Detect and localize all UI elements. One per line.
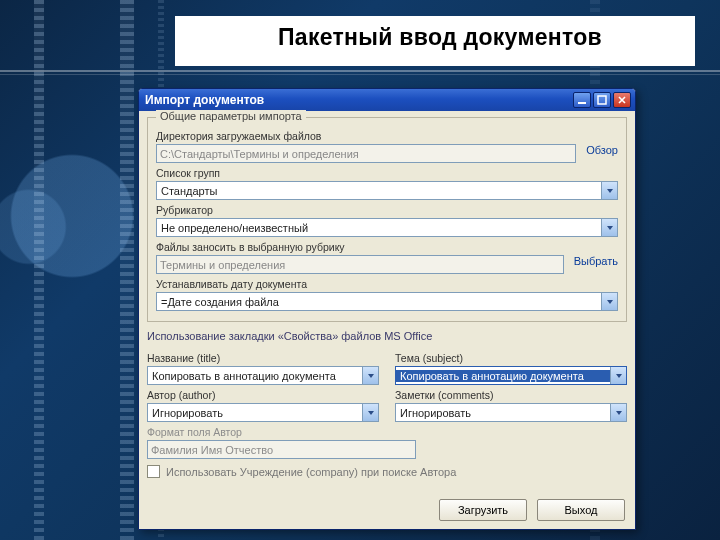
rubricator-select[interactable]: Не определено/неизвестный: [156, 218, 618, 237]
svg-rect-0: [578, 102, 586, 104]
comments-select[interactable]: Игнорировать: [395, 403, 627, 422]
chevron-down-icon: [610, 404, 626, 421]
chevron-down-icon: [362, 404, 378, 421]
date-value: =Дате создания файла: [157, 296, 601, 308]
import-window: Импорт документов Общие параметры импорт…: [138, 88, 636, 530]
window-title: Импорт документов: [145, 93, 571, 107]
company-checkbox-label: Использовать Учреждение (company) при по…: [166, 466, 456, 478]
checkbox-icon[interactable]: [147, 465, 160, 478]
chevron-down-icon: [601, 182, 617, 199]
company-checkbox-row[interactable]: Использовать Учреждение (company) при по…: [147, 465, 627, 478]
date-label: Устанавливать дату документа: [156, 278, 618, 290]
date-select[interactable]: =Дате создания файла: [156, 292, 618, 311]
comments-value: Игнорировать: [396, 407, 610, 419]
file-rubric-value: Термины и определения: [160, 259, 285, 271]
author-format-label: Формат поля Автор: [147, 426, 627, 438]
author-format-input: Фамилия Имя Отчество: [147, 440, 416, 459]
subject-label: Тема (subject): [395, 352, 627, 364]
dir-value: C:\Стандарты\Термины и определения: [160, 148, 359, 160]
chevron-down-icon: [601, 219, 617, 236]
general-params-group: Общие параметры импорта Директория загру…: [147, 117, 627, 322]
exit-button-label: Выход: [565, 504, 598, 516]
office-section-label: Использование закладки «Свойства» файлов…: [147, 330, 627, 342]
maximize-button[interactable]: [593, 92, 611, 108]
comments-label: Заметки (comments): [395, 389, 627, 401]
choose-link[interactable]: Выбрать: [574, 255, 618, 274]
title-label: Название (title): [147, 352, 379, 364]
groups-value: Стандарты: [157, 185, 601, 197]
exit-button[interactable]: Выход: [537, 499, 625, 521]
chevron-down-icon: [610, 367, 626, 384]
subject-value: Копировать в аннотацию документа: [396, 370, 610, 382]
general-params-legend: Общие параметры импорта: [156, 110, 306, 122]
load-button[interactable]: Загрузить: [439, 499, 527, 521]
title-value: Копировать в аннотацию документа: [148, 370, 362, 382]
groups-label: Список групп: [156, 167, 618, 179]
slide-title: Пакетный ввод документов: [200, 24, 680, 51]
author-select[interactable]: Игнорировать: [147, 403, 379, 422]
browse-link[interactable]: Обзор: [586, 144, 618, 163]
dir-input[interactable]: C:\Стандарты\Термины и определения: [156, 144, 576, 163]
load-button-label: Загрузить: [458, 504, 508, 516]
titlebar[interactable]: Импорт документов: [139, 89, 635, 111]
title-select[interactable]: Копировать в аннотацию документа: [147, 366, 379, 385]
dir-label: Директория загружаемых файлов: [156, 130, 618, 142]
file-rubric-label: Файлы заносить в выбранную рубрику: [156, 241, 618, 253]
chevron-down-icon: [362, 367, 378, 384]
file-rubric-input[interactable]: Термины и определения: [156, 255, 564, 274]
groups-select[interactable]: Стандарты: [156, 181, 618, 200]
rubricator-value: Не определено/неизвестный: [157, 222, 601, 234]
close-button[interactable]: [613, 92, 631, 108]
rubricator-label: Рубрикатор: [156, 204, 618, 216]
author-label: Автор (author): [147, 389, 379, 401]
author-format-value: Фамилия Имя Отчество: [151, 444, 273, 456]
chevron-down-icon: [601, 293, 617, 310]
svg-rect-1: [598, 96, 606, 104]
author-value: Игнорировать: [148, 407, 362, 419]
minimize-button[interactable]: [573, 92, 591, 108]
subject-select[interactable]: Копировать в аннотацию документа: [395, 366, 627, 385]
